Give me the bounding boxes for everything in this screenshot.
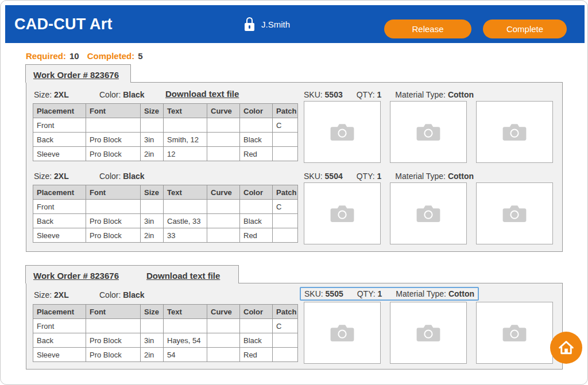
table-cell: [207, 333, 240, 348]
app-window: CAD-CUT Art J.Smith Release Complete Req…: [0, 0, 588, 385]
table-cell: C: [273, 200, 298, 214]
sku-value: 5504: [325, 172, 343, 181]
release-button[interactable]: Release: [384, 20, 471, 38]
download-text-file-link[interactable]: Download text file: [165, 89, 239, 99]
table-cell: Pro Block: [86, 333, 141, 348]
sku-line-focused[interactable]: SKU: 5505 QTY: 1 Material Type: Cotton: [300, 287, 479, 301]
table-row: FrontC: [33, 200, 298, 214]
camera-icon: [415, 323, 442, 343]
table-cell: Red: [240, 147, 273, 161]
table-cell: Castle, 33: [164, 214, 207, 228]
table-cell: Red: [240, 348, 273, 362]
col-header: Size: [141, 104, 164, 118]
col-header: Font: [86, 305, 141, 319]
table-cell: [273, 333, 298, 348]
user-chip: J.Smith: [245, 5, 290, 43]
col-header: Text: [164, 104, 207, 118]
photo-placeholder[interactable]: [476, 101, 553, 163]
col-header: Color: [240, 185, 273, 200]
table-cell: [207, 200, 240, 214]
material-label: Material Type:: [396, 289, 446, 298]
table-row: SleevePro Block2in54Red: [33, 348, 298, 362]
table-cell: 54: [164, 348, 207, 362]
table-cell: Sleeve: [33, 228, 86, 243]
color-label: Color:: [99, 90, 121, 99]
table-cell: [141, 319, 164, 333]
photo-placeholder[interactable]: [304, 302, 381, 364]
sku-value: 5503: [325, 90, 343, 99]
size-value: 2XL: [54, 290, 69, 300]
table-cell: Sleeve: [33, 348, 86, 362]
work-order-tab-2[interactable]: Work Order # 823676 Download text file: [25, 265, 239, 283]
table-cell: Smith, 12: [164, 133, 207, 147]
table-row: BackPro Block3inHayes, 54Black: [33, 333, 298, 348]
table-cell: Front: [33, 319, 86, 333]
table-cell: [240, 200, 273, 214]
download-text-file-link[interactable]: Download text file: [146, 271, 220, 281]
table-cell: Front: [33, 118, 86, 133]
table-cell: [86, 200, 141, 214]
complete-button[interactable]: Complete: [483, 20, 567, 38]
table-cell: 2in: [141, 228, 164, 243]
required-label: Required:: [26, 51, 66, 61]
photo-placeholder[interactable]: [390, 182, 467, 244]
table-cell: [207, 319, 240, 333]
material-value: Cotton: [448, 90, 474, 99]
sku-line: SKU: 5503 QTY: 1 Material Type: Cotton: [304, 90, 474, 99]
camera-icon: [501, 323, 528, 343]
camera-icon: [329, 122, 355, 142]
table-cell: 3in: [141, 333, 164, 348]
qty-value: 1: [378, 289, 382, 298]
col-header: Patch: [273, 104, 298, 118]
photo-placeholder[interactable]: [390, 101, 467, 163]
photo-placeholder[interactable]: [304, 101, 381, 163]
col-header: Text: [164, 305, 207, 319]
col-header: Curve: [207, 305, 240, 319]
home-button[interactable]: [550, 332, 582, 364]
table-row: SleevePro Block2in33Red: [33, 228, 298, 243]
camera-icon: [501, 122, 528, 142]
table-cell: Pro Block: [86, 147, 141, 161]
table-cell: Pro Block: [86, 228, 141, 243]
spec-table: PlacementFontSizeTextCurveColorPatch Fro…: [33, 103, 298, 161]
lock-icon: [245, 17, 254, 31]
table-cell: Black: [240, 214, 273, 228]
camera-icon: [329, 323, 355, 343]
color-value: Black: [123, 90, 144, 99]
photo-placeholder[interactable]: [476, 302, 553, 364]
color-value: Black: [123, 290, 144, 300]
app-title: CAD-CUT Art: [14, 5, 113, 43]
table-cell: [240, 118, 273, 133]
table-cell: 3in: [141, 133, 164, 147]
work-order-tab-1[interactable]: Work Order # 823676: [25, 64, 131, 83]
table-cell: [273, 133, 298, 147]
photo-placeholder[interactable]: [476, 182, 553, 244]
spec-table: PlacementFontSizeTextCurveColorPatch Fro…: [33, 185, 298, 243]
work-order-title[interactable]: Work Order # 823676: [33, 271, 119, 281]
completed-value: 5: [138, 51, 142, 61]
col-header: Size: [141, 185, 164, 200]
table-row: BackPro Block3inCastle, 33Black: [33, 214, 298, 228]
table-row: SleevePro Block2in12Red: [33, 147, 298, 161]
table-cell: [164, 319, 207, 333]
spec-table: PlacementFontSizeTextCurveColorPatch Fro…: [33, 304, 298, 362]
material-value: Cotton: [448, 172, 474, 181]
photo-placeholder[interactable]: [304, 182, 381, 244]
table-cell: 12: [164, 147, 207, 161]
work-order-title[interactable]: Work Order # 823676: [33, 70, 119, 80]
sku-label: SKU:: [304, 289, 323, 298]
camera-icon: [501, 204, 528, 224]
table-cell: [207, 348, 240, 362]
user-name: J.Smith: [261, 20, 290, 29]
qty-value: 1: [377, 90, 382, 99]
table-cell: [141, 200, 164, 214]
table-cell: [207, 214, 240, 228]
col-header: Placement: [33, 305, 86, 319]
color-label: Color:: [99, 290, 121, 300]
material-label: Material Type:: [395, 90, 446, 99]
col-header: Patch: [273, 185, 298, 200]
photo-placeholder[interactable]: [390, 302, 467, 364]
table-cell: C: [273, 319, 298, 333]
completed-label: Completed:: [87, 51, 135, 61]
required-value: 10: [69, 51, 79, 61]
